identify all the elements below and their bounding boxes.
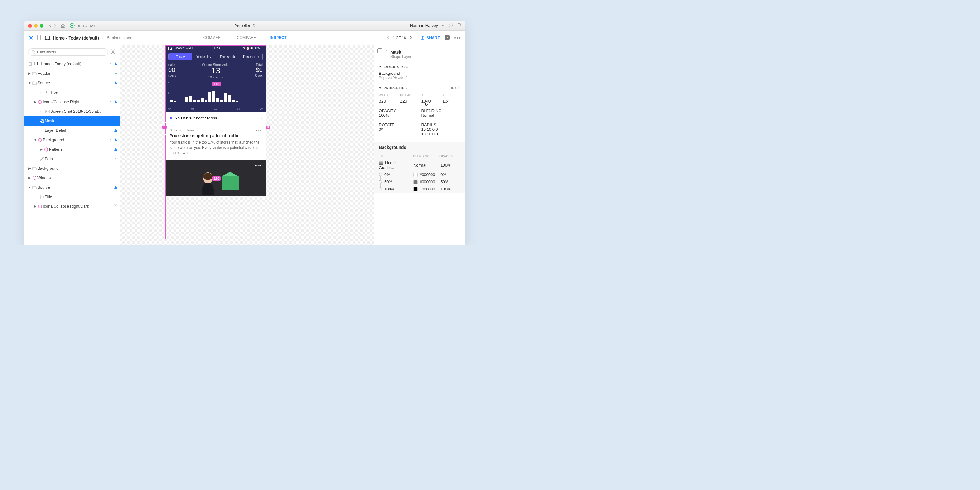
project-switcher-icon[interactable] <box>253 23 256 28</box>
user-menu-chevron-icon[interactable] <box>442 23 445 28</box>
date-segmented-control[interactable]: Today Yesterday This week This month <box>169 53 263 60</box>
image-icon <box>45 110 50 113</box>
layer-icons-collapse2[interactable]: ▶ Icons/Collapse Right/Dark <box>24 202 120 211</box>
fill-row[interactable]: Linear Gradie... Normal 100% <box>374 159 466 171</box>
layer-title2[interactable]: Title <box>24 192 120 202</box>
close-window-button[interactable] <box>28 24 32 27</box>
metric-sub: 13 visitors <box>202 75 229 79</box>
layer-pattern-symbol[interactable]: ▶ Pattern <box>24 145 120 154</box>
prop-label: HEIGHT <box>400 94 418 97</box>
layer-icons-collapse[interactable]: ▶ Icons/Collapse Right... <box>24 97 120 107</box>
layer-header-folder[interactable]: ▶ Header + <box>24 68 120 78</box>
swatch-icon <box>379 161 383 165</box>
folder-icon <box>32 81 37 85</box>
status-carrier: ▮◢ T-Mobile Wi-Fi <box>168 46 192 50</box>
slice-icon[interactable] <box>114 156 117 161</box>
filter-layers-input[interactable] <box>28 48 108 56</box>
nav-forward-button[interactable] <box>53 24 56 28</box>
close-screen-button[interactable]: ✕ <box>29 35 33 41</box>
seg-this-week[interactable]: This week <box>216 53 240 60</box>
more-menu-button[interactable]: ••• <box>454 35 461 41</box>
project-name[interactable]: Propeller <box>234 23 250 28</box>
card-more-icon[interactable]: ••• <box>256 128 261 133</box>
swatch-icon <box>414 180 418 185</box>
help-icon[interactable] <box>449 23 453 29</box>
layer-background-folder[interactable]: ▶ Background <box>24 164 120 173</box>
layer-source-folder[interactable]: ▼ Source <box>24 78 120 88</box>
dot-icon <box>170 117 172 119</box>
seg-yesterday[interactable]: Yesterday <box>192 53 216 60</box>
artboard-icon <box>27 62 33 66</box>
slice-icon[interactable] <box>109 100 112 104</box>
layer-source2-folder[interactable]: ▼ Source <box>24 183 120 192</box>
mask-icon <box>39 119 45 123</box>
bell-icon[interactable] <box>457 23 462 29</box>
slice-icon[interactable] <box>114 204 117 208</box>
layer-path[interactable]: Path <box>24 154 120 164</box>
section-heading[interactable]: PROPERTIES <box>383 86 407 90</box>
prop-y[interactable]: 134 <box>442 99 461 103</box>
prop-label: WIDTH <box>379 94 397 97</box>
prop-blending[interactable]: Normal <box>422 113 461 118</box>
swatch-icon <box>414 173 418 177</box>
status-battery: ↻ ⏰ ✱ 80% ▭ <box>243 46 263 50</box>
layer-screenshot-image[interactable]: ⤺ Screen Shot 2018-01-30 at... <box>24 107 120 116</box>
svg-point-18 <box>40 159 41 161</box>
user-name[interactable]: Norman Harvey <box>410 23 438 28</box>
prop-height[interactable]: 220 <box>400 99 418 103</box>
zoom-window-button[interactable] <box>40 24 43 27</box>
metric-sub: 0 orc <box>255 73 263 77</box>
gradient-stop-row[interactable]: 0% #000000 0% <box>374 171 466 178</box>
layer-window-symbol[interactable]: ▶ Window + <box>24 173 120 183</box>
shape-icon <box>39 128 45 133</box>
slice-icon[interactable] <box>109 62 112 66</box>
inspector-panel: Mask Shape Layer ▼LAYER STYLE Background… <box>374 45 466 245</box>
seg-this-month[interactable]: This month <box>239 53 262 60</box>
filter-input-field[interactable] <box>37 50 105 54</box>
tab-compare[interactable]: COMPARE <box>236 30 257 45</box>
measurement-zero: 0 <box>266 126 270 129</box>
gradient-stop-row[interactable]: 100% #000000 100% <box>374 186 466 193</box>
prop-x[interactable]: 1040 <box>422 99 439 103</box>
cursor-icon <box>425 103 429 107</box>
svg-point-4 <box>32 51 34 53</box>
layer-layer-detail[interactable]: Layer Detail <box>24 126 120 135</box>
tab-comment[interactable]: COMMENT <box>203 30 224 45</box>
nav-back-button[interactable] <box>49 24 52 28</box>
svg-rect-2 <box>37 36 40 39</box>
layer-mask[interactable]: Mask <box>24 116 120 126</box>
gradient-stop-row[interactable]: 50% #000000 50% <box>374 178 466 186</box>
window-controls <box>28 24 43 27</box>
layer-artboard-root[interactable]: 1.1. Home - Today (default) <box>24 59 120 68</box>
canvas[interactable]: ▮◢ T-Mobile Wi-Fi 13:38 ↻ ⏰ ✱ 80% ▭ Toda… <box>120 45 374 245</box>
y-tick: 3 <box>168 91 169 94</box>
layer-title-text[interactable]: ⤺ Aa Title <box>24 88 120 97</box>
seg-today[interactable]: Today <box>169 53 192 60</box>
minimize-window-button[interactable] <box>34 24 38 27</box>
prop-width[interactable]: 320 <box>379 99 397 103</box>
slice-icon[interactable] <box>111 49 116 55</box>
pager-prev-button[interactable] <box>387 35 390 40</box>
home-button[interactable] <box>60 24 65 28</box>
share-button[interactable]: SHARE <box>420 36 441 40</box>
stop-pct: 0% <box>384 172 390 177</box>
present-button[interactable] <box>444 35 450 41</box>
section-heading[interactable]: LAYER STYLE <box>383 65 408 68</box>
prop-opacity[interactable]: 100% <box>379 113 418 118</box>
x-tick: 04 <box>169 107 172 110</box>
pager-next-button[interactable] <box>409 35 412 40</box>
layer-label: Source <box>37 185 114 189</box>
y-tick: 9 <box>168 80 169 83</box>
section-heading: Backgrounds <box>374 142 466 153</box>
color-format-selector[interactable]: HEX <box>450 86 461 90</box>
screen-timestamp[interactable]: 5 minutes ago <box>108 35 133 40</box>
prop-rotate[interactable]: 0º <box>379 127 418 132</box>
prop-radius-new[interactable]: 10 10 0 0 <box>422 132 461 136</box>
stop-opacity: 100% <box>441 187 461 191</box>
layer-background-symbol[interactable]: ▼ Background <box>24 135 120 145</box>
slice-icon[interactable] <box>109 137 112 142</box>
metric-label: sales <box>169 63 177 67</box>
card-more-icon[interactable]: ••• <box>255 163 261 168</box>
col-header: BLENDING <box>413 155 439 158</box>
tab-inspect[interactable]: INSPECT <box>269 30 288 45</box>
